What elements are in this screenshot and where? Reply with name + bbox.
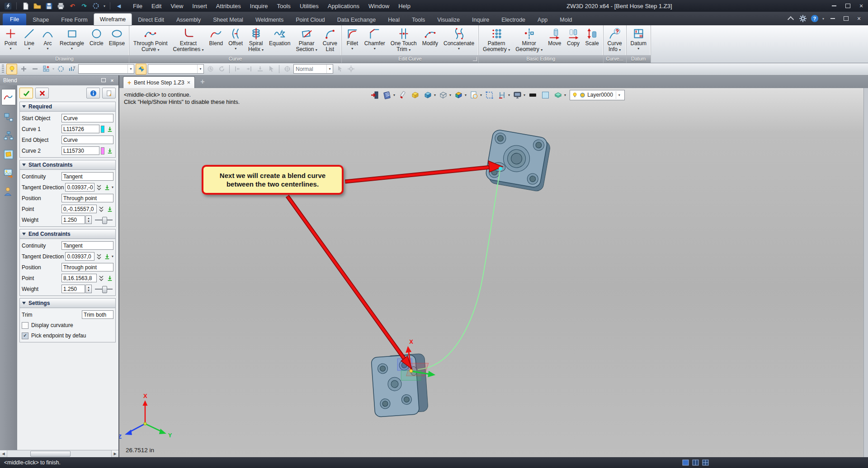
dropdown-arrow-icon[interactable]: ▾ [71, 47, 73, 51]
combo-dropdown-icon[interactable]: ▾ [326, 65, 333, 73]
layers-icon[interactable] [552, 89, 563, 100]
exit-icon[interactable] [369, 89, 380, 100]
dropdown-arrow-icon[interactable]: ▾ [393, 93, 395, 97]
mirror-geometry-button[interactable]: MirrorGeometry ▾ [513, 26, 545, 55]
combo-dropdown-icon[interactable]: ▾ [197, 65, 203, 73]
ribbon-tab-wireframe[interactable]: Wireframe [94, 14, 132, 25]
dropdown-arrow-icon[interactable]: ▾ [465, 93, 467, 97]
copy-button[interactable]: Copy [564, 26, 583, 55]
panel-restore-icon[interactable] [100, 77, 107, 83]
ribbon-tab-shape[interactable]: Shape [27, 15, 55, 25]
3d-scene[interactable]: X [119, 75, 868, 457]
menu-help[interactable]: Help [394, 1, 415, 11]
arc-button[interactable]: Arc▾ [38, 26, 57, 55]
slider-thumb[interactable] [102, 286, 107, 293]
curve-list-button[interactable]: CurveList [320, 26, 340, 55]
fillet-button[interactable]: Fillet▾ [343, 26, 362, 55]
blend-curve[interactable] [418, 170, 500, 370]
layer-combobox[interactable]: Layer0000 ▾ [570, 90, 625, 100]
pick-filter-dropdown-icon[interactable]: ▾ [104, 4, 105, 8]
viewport-vertical-scrollbar[interactable] [863, 88, 868, 457]
wireframe-view-icon[interactable] [438, 89, 448, 100]
line-button[interactable]: Line▾ [20, 26, 38, 55]
background-color-icon[interactable] [527, 89, 538, 100]
equation-button[interactable]: Equation [266, 26, 293, 55]
end-position-field[interactable]: Through point [61, 263, 113, 271]
dropdown-arrow-icon[interactable]: ▾ [458, 47, 460, 51]
curve-info-button[interactable]: CurveInfo ▾ [605, 26, 625, 55]
preview-icon[interactable] [468, 89, 479, 100]
section-required-header[interactable]: Required [19, 102, 116, 112]
display-curvature-checkbox[interactable] [22, 322, 28, 329]
snap-mode-combobox[interactable]: Normal▾ [293, 64, 333, 74]
help-icon[interactable]: ? [811, 15, 818, 22]
menu-applications[interactable]: Applications [323, 1, 364, 11]
start-point-field[interactable]: 0,-0.15557,0 [61, 205, 97, 213]
ribbon-tab-heal[interactable]: Heal [382, 15, 406, 25]
show-hints-lightbulb-icon[interactable] [6, 64, 17, 75]
ellipse-button[interactable]: Ellipse [106, 26, 127, 55]
panel-horizontal-scrollbar[interactable]: ◀ ▶ [0, 450, 118, 457]
shaded-view-icon[interactable] [422, 89, 433, 100]
rectangle-button[interactable]: Rectangle▾ [57, 26, 87, 55]
section-end-constraints-header[interactable]: End Constraints [19, 229, 116, 239]
pick-arrow-icon[interactable] [106, 274, 113, 282]
section-start-constraints-header[interactable]: Start Constraints [19, 160, 116, 170]
pick-dropdown-icon[interactable]: ▾ [112, 185, 113, 189]
undo-icon[interactable]: ↶ [68, 2, 76, 10]
dropdown-arrow-icon[interactable]: ▾ [564, 93, 566, 97]
end-object-field[interactable]: Curve [61, 136, 113, 144]
menu-view[interactable]: View [166, 1, 188, 11]
dropdown-arrow-icon[interactable]: ▾ [619, 48, 621, 52]
print-icon[interactable] [57, 2, 65, 10]
start-continuity-field[interactable]: Tangent [61, 172, 113, 181]
end-point-field[interactable]: 8,16.1563,8 [61, 274, 97, 282]
ribbon-tab-direct-edit[interactable]: Direct Edit [132, 15, 170, 25]
render-mode-icon[interactable] [453, 89, 464, 100]
expand-chevrons-icon[interactable] [98, 275, 104, 281]
section-view-icon[interactable] [496, 89, 507, 100]
dropdown-arrow-icon[interactable]: ▾ [480, 93, 482, 97]
collapse-ribbon-icon[interactable] [787, 14, 795, 23]
info-button[interactable] [86, 88, 100, 98]
ribbon-tab-inquire[interactable]: Inquire [466, 15, 495, 25]
modify-button[interactable]: Modify [420, 26, 441, 55]
ribbon-tab-free-form[interactable]: Free Form [55, 15, 93, 25]
open-file-icon[interactable] [33, 2, 41, 10]
panel-close-icon[interactable]: × [109, 77, 115, 83]
scroll-right-icon[interactable]: ▶ [111, 450, 118, 457]
menu-file[interactable]: File [128, 1, 147, 11]
ribbon-tab-sheet-metal[interactable]: Sheet Metal [207, 15, 249, 25]
dropdown-arrow-icon[interactable]: ▾ [202, 48, 204, 52]
viewport-color-swatch[interactable] [540, 89, 551, 100]
dropdown-arrow-icon[interactable]: ▾ [316, 48, 317, 52]
ok-button[interactable] [19, 88, 33, 98]
help-dropdown-icon[interactable]: ▾ [822, 17, 824, 21]
close-button[interactable]: × [854, 1, 868, 11]
dropdown-arrow-icon[interactable]: ▾ [434, 93, 436, 97]
curve2-field[interactable]: L115730 [61, 146, 99, 155]
menu-attributes[interactable]: Attributes [212, 1, 245, 11]
pick-dropdown-icon[interactable]: ▾ [112, 254, 113, 258]
end-tangent-field[interactable]: 0.03937,0 [65, 252, 94, 261]
end-weight-field[interactable]: 1.250 [61, 285, 85, 293]
dropdown-arrow-icon[interactable]: ▾ [508, 93, 510, 97]
scale-button[interactable]: Scale [583, 26, 602, 55]
save-icon[interactable] [45, 2, 53, 10]
planar-section-button[interactable]: PlanarSection ▾ [293, 26, 320, 55]
dropdown-arrow-icon[interactable]: ▾ [9, 47, 11, 51]
ribbon-tab-app[interactable]: App [532, 15, 553, 25]
export-image-icon[interactable] [2, 167, 15, 179]
viewport[interactable]: + Bent Hose Step 1.Z3 × + <middle-click>… [119, 75, 868, 457]
dropdown-arrow-icon[interactable]: ▾ [157, 48, 159, 52]
add-entity-icon[interactable] [19, 64, 28, 74]
expand-chevrons-icon[interactable] [96, 253, 102, 260]
menu-utilities[interactable]: Utilities [295, 1, 323, 11]
view-orient-icon[interactable] [136, 64, 146, 75]
menu-edit[interactable]: Edit [147, 1, 166, 11]
start-object-field[interactable]: Curve [61, 114, 113, 122]
history-tree-icon[interactable] [2, 130, 15, 142]
upper-flange-part[interactable] [485, 129, 552, 192]
dropdown-arrow-icon[interactable]: ▾ [409, 48, 410, 52]
pattern-pick-dropdown-icon[interactable]: ▾ [52, 67, 54, 71]
